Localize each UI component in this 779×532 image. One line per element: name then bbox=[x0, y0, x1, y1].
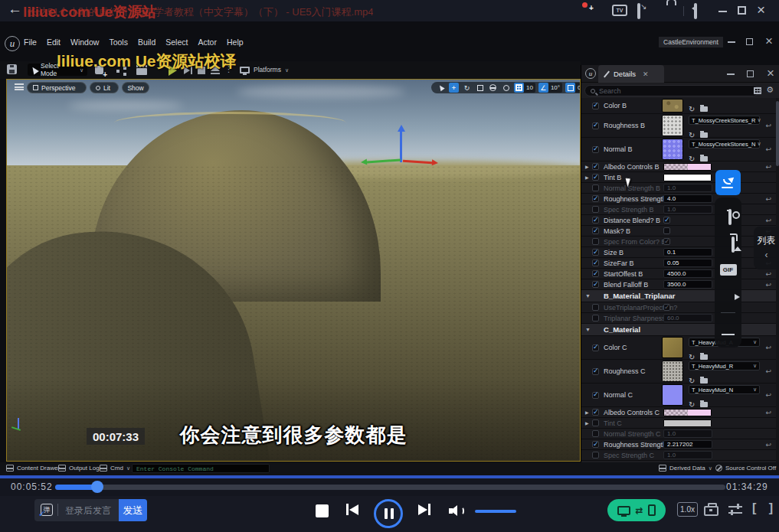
asset-dropdown[interactable]: T_HeavyMud_R bbox=[689, 361, 760, 370]
next-button[interactable] bbox=[418, 504, 430, 515]
scale-snap-icon[interactable] bbox=[565, 83, 575, 93]
lit-dropdown[interactable]: Lit bbox=[90, 82, 119, 93]
param-checkbox[interactable] bbox=[592, 174, 599, 181]
details-row[interactable]: Roughness Strength B 4.0 bbox=[581, 194, 777, 204]
param-checkbox[interactable] bbox=[592, 146, 599, 153]
asset-dropdown[interactable]: T_HeavyMud_N bbox=[689, 385, 760, 394]
platforms-dropdown[interactable]: Platforms bbox=[240, 64, 289, 76]
param-checkbox[interactable] bbox=[592, 304, 599, 311]
param-checkbox[interactable] bbox=[592, 217, 599, 224]
param-checkbox[interactable] bbox=[592, 368, 599, 375]
ue-restore-button[interactable] bbox=[746, 38, 753, 45]
fullscreen-icon[interactable] bbox=[752, 501, 777, 515]
reset-to-default-icon[interactable] bbox=[765, 163, 771, 171]
param-checkbox[interactable] bbox=[592, 419, 599, 426]
derived-data-button[interactable]: Derived Data bbox=[659, 465, 712, 472]
reset-to-default-icon[interactable] bbox=[765, 344, 771, 351]
browse-to-asset-icon[interactable] bbox=[700, 354, 708, 360]
grid-snap-icon[interactable] bbox=[514, 83, 524, 93]
previous-button[interactable] bbox=[346, 504, 358, 515]
rotation-snap-icon[interactable] bbox=[538, 83, 548, 93]
details-row[interactable]: Roughness C T_HeavyMud_R bbox=[581, 360, 777, 383]
param-checkbox[interactable] bbox=[592, 249, 599, 256]
param-checkbox[interactable] bbox=[592, 184, 599, 191]
search-input[interactable] bbox=[599, 87, 753, 95]
details-close-button[interactable] bbox=[767, 67, 774, 80]
bool-checkbox[interactable] bbox=[663, 304, 670, 311]
scale-snap-value[interactable]: 0.25 bbox=[575, 83, 581, 93]
show-dropdown[interactable]: Show bbox=[122, 82, 149, 93]
color-bar[interactable] bbox=[663, 174, 712, 181]
reset-to-default-icon[interactable] bbox=[765, 270, 771, 278]
use-selected-asset-icon[interactable] bbox=[689, 101, 695, 115]
pause-button[interactable] bbox=[374, 499, 403, 528]
asset-dropdown[interactable]: T_MossyCreekStones_R bbox=[689, 116, 760, 125]
details-tab[interactable]: Details bbox=[598, 65, 664, 83]
seek-handle[interactable] bbox=[91, 481, 103, 493]
details-row[interactable]: Mask? B bbox=[581, 226, 777, 237]
param-value-field[interactable]: 0.05 bbox=[663, 259, 712, 267]
ue-menu-item[interactable]: Window bbox=[70, 38, 99, 47]
details-row[interactable]: C_Material bbox=[581, 324, 777, 336]
display-options-icon[interactable] bbox=[754, 87, 761, 94]
content-drawer-button[interactable]: Content Drawer bbox=[6, 465, 60, 472]
ue-minimize-button[interactable] bbox=[728, 41, 735, 43]
expander-icon[interactable] bbox=[585, 293, 592, 299]
close-icon[interactable] bbox=[643, 70, 649, 78]
param-checkbox[interactable] bbox=[592, 195, 599, 202]
details-search-box[interactable] bbox=[584, 85, 759, 96]
screenshot-icon[interactable] bbox=[728, 209, 732, 225]
expander-icon[interactable] bbox=[585, 410, 592, 415]
tv-cast-icon[interactable]: TV bbox=[612, 5, 627, 16]
texture-thumbnail[interactable] bbox=[662, 139, 683, 160]
reset-to-default-icon[interactable] bbox=[765, 145, 771, 153]
viewport[interactable]: Perspective Lit Show + 10 10° 0.25 你会注意到… bbox=[6, 79, 581, 462]
ue-menu-item[interactable]: Actor bbox=[198, 38, 217, 47]
expander-icon[interactable] bbox=[585, 327, 592, 332]
ue-menu-item[interactable]: File bbox=[24, 38, 37, 47]
param-checkbox[interactable] bbox=[592, 103, 599, 109]
mini-player-icon[interactable] bbox=[694, 3, 697, 19]
reset-to-default-icon[interactable] bbox=[765, 195, 771, 203]
texture-thumbnail[interactable] bbox=[662, 384, 683, 406]
reset-to-default-icon[interactable] bbox=[765, 391, 771, 399]
scrollbar-thumb[interactable] bbox=[776, 101, 779, 166]
expander-icon[interactable] bbox=[585, 420, 592, 426]
perspective-dropdown[interactable]: Perspective bbox=[27, 82, 87, 93]
playback-speed-button[interactable]: 1.0x bbox=[677, 502, 698, 517]
details-row[interactable]: Color C T_HeavyMud_A bbox=[581, 336, 777, 360]
settings-sliders-icon[interactable] bbox=[728, 504, 742, 516]
bool-checkbox[interactable] bbox=[663, 238, 670, 245]
send-button[interactable]: 发送 bbox=[119, 499, 147, 521]
surface-snap-icon[interactable] bbox=[501, 83, 511, 93]
world-space-icon[interactable] bbox=[488, 83, 498, 93]
ue-menu-item[interactable]: Help bbox=[227, 38, 244, 47]
rotation-snap-value[interactable]: 10° bbox=[548, 83, 562, 93]
details-row[interactable]: Normal C T_HeavyMud_N bbox=[581, 383, 777, 407]
param-value-field[interactable]: 60.0 bbox=[663, 314, 712, 322]
back-icon[interactable] bbox=[8, 1, 22, 18]
param-checkbox[interactable] bbox=[592, 344, 599, 351]
param-checkbox[interactable] bbox=[592, 122, 599, 129]
settings-gear-icon[interactable] bbox=[766, 85, 774, 95]
expander-icon[interactable] bbox=[585, 164, 592, 169]
browse-to-asset-icon[interactable] bbox=[700, 106, 708, 112]
toolbox-icon[interactable] bbox=[704, 506, 718, 516]
reset-to-default-icon[interactable] bbox=[765, 367, 771, 375]
param-value-field[interactable]: 3500.0 bbox=[663, 280, 712, 289]
details-row[interactable]: Albedo Controls B bbox=[581, 162, 777, 172]
param-checkbox[interactable] bbox=[592, 206, 599, 213]
details-row[interactable]: UseTriplanarProjection? bbox=[581, 302, 777, 313]
details-row[interactable]: Distance Blend? B bbox=[581, 215, 777, 226]
cmd-dropdown[interactable]: Cmd bbox=[100, 465, 130, 472]
rotate-tool-icon[interactable] bbox=[462, 83, 472, 93]
browse-to-asset-icon[interactable] bbox=[700, 156, 708, 162]
color-bar[interactable] bbox=[663, 409, 712, 416]
details-row[interactable]: B_Material_Triplanar bbox=[581, 290, 777, 302]
playlist-tab[interactable]: 列表 ‹ bbox=[754, 227, 779, 269]
details-row[interactable]: Normal Strength C 1.0 bbox=[581, 429, 777, 439]
param-checkbox[interactable] bbox=[592, 281, 599, 288]
texture-thumbnail[interactable] bbox=[662, 361, 683, 382]
details-row[interactable]: Triplanar Sharpness 60.0 bbox=[581, 313, 777, 324]
ue-menu-item[interactable]: Build bbox=[138, 38, 155, 47]
